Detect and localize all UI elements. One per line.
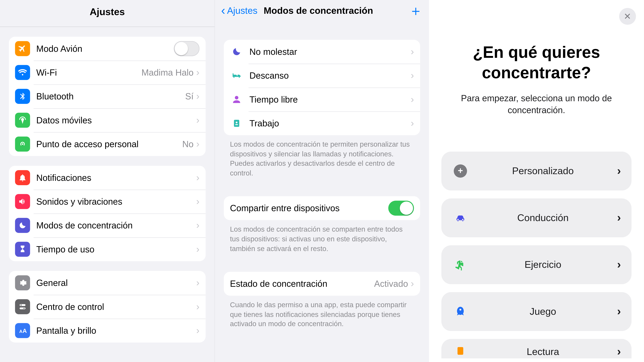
row-dnd[interactable]: No molestar › <box>224 40 420 63</box>
rocket-icon <box>452 306 469 317</box>
chevron-icon: › <box>617 164 621 178</box>
speaker-icon <box>15 194 30 209</box>
row-share[interactable]: Compartir entre dispositivos <box>224 196 420 220</box>
row-display[interactable]: AA Pantalla y brillo › <box>9 319 206 343</box>
back-label: Ajustes <box>227 5 258 16</box>
row-work[interactable]: Trabajo › <box>224 111 420 135</box>
chevron-icon: › <box>411 278 414 290</box>
car-icon <box>452 212 469 223</box>
share-label: Compartir entre dispositivos <box>230 203 388 214</box>
chevron-icon: › <box>196 301 200 313</box>
status-value: Activado <box>374 279 408 289</box>
bed-icon <box>230 69 243 82</box>
svg-text:A: A <box>19 329 22 334</box>
badge-icon <box>230 117 243 130</box>
settings-group-network: Modo Avión Wi-Fi Madima Halo › Bluetooth… <box>9 37 206 156</box>
display-label: Pantalla y brillo <box>36 326 196 336</box>
row-general[interactable]: General › <box>9 271 206 295</box>
option-gaming-label: Juego <box>469 306 617 317</box>
chevron-icon: › <box>411 117 414 129</box>
airplane-icon <box>15 41 30 56</box>
wifi-icon <box>15 65 30 80</box>
settings-title: Ajustes <box>0 0 214 27</box>
chevron-icon: › <box>617 211 621 225</box>
moon-icon <box>15 218 30 233</box>
bluetooth-icon <box>15 89 30 104</box>
share-group: Compartir entre dispositivos <box>224 196 420 220</box>
bell-icon <box>15 170 30 185</box>
chevron-icon: › <box>196 220 200 231</box>
chevron-icon: › <box>617 345 621 358</box>
person-icon <box>230 93 243 106</box>
dnd-label: No molestar <box>250 46 411 57</box>
svg-point-2 <box>20 305 22 306</box>
option-fitness[interactable]: Ejercicio › <box>442 245 632 284</box>
bluetooth-value: Sí <box>185 91 194 102</box>
focus-footnote-2: Los modos de concentración se comparten … <box>215 220 429 253</box>
row-focus[interactable]: Modos de concentración › <box>9 214 206 237</box>
share-toggle[interactable] <box>388 201 414 216</box>
row-personal[interactable]: Tiempo libre › <box>224 87 420 111</box>
personal-label: Tiempo libre <box>250 94 411 105</box>
row-status[interactable]: Estado de concentración Activado › <box>224 272 420 296</box>
chevron-icon: › <box>196 244 200 255</box>
svg-rect-0 <box>20 304 26 306</box>
status-group: Estado de concentración Activado › <box>224 272 420 296</box>
svg-rect-8 <box>235 124 238 125</box>
chevron-icon: › <box>617 305 621 318</box>
settings-group-general: General › Centro de control › AA Pantall… <box>9 271 206 343</box>
close-button[interactable]: ✕ <box>619 8 636 25</box>
option-custom[interactable]: + Personalizado › <box>442 151 632 190</box>
focus-modes-group: No molestar › Descanso › Tiempo libre › … <box>224 40 420 135</box>
sheet-title: ¿En qué quieres concentrarte? <box>429 0 644 83</box>
chevron-left-icon: ‹ <box>221 3 226 17</box>
row-sleep[interactable]: Descanso › <box>224 64 420 87</box>
chevron-icon: › <box>196 277 200 289</box>
row-notifications[interactable]: Notificaciones › <box>9 166 206 190</box>
chevron-icon: › <box>411 70 414 81</box>
cellular-label: Datos móviles <box>36 115 196 125</box>
focus-footnote-3: Cuando le das permiso a una app, esta pu… <box>215 296 429 329</box>
svg-point-3 <box>24 308 25 309</box>
bluetooth-label: Bluetooth <box>36 91 185 102</box>
status-label: Estado de concentración <box>230 279 374 289</box>
notifications-label: Notificaciones <box>36 173 196 183</box>
option-gaming[interactable]: Juego › <box>442 292 632 331</box>
row-control-center[interactable]: Centro de control › <box>9 295 206 319</box>
option-driving[interactable]: Conducción › <box>442 198 632 237</box>
hourglass-icon <box>15 242 30 257</box>
option-custom-label: Personalizado <box>469 165 617 177</box>
moon-icon <box>230 45 243 58</box>
airplane-toggle[interactable] <box>174 41 200 56</box>
svg-text:A: A <box>22 328 27 334</box>
focus-header: ‹ Ajustes Modos de concentración ＋ <box>215 0 429 21</box>
row-cellular[interactable]: Datos móviles › <box>9 108 206 132</box>
row-bluetooth[interactable]: Bluetooth Sí › <box>9 84 206 108</box>
option-reading[interactable]: Lectura › <box>442 339 632 358</box>
runner-icon <box>452 259 469 270</box>
add-focus-button[interactable]: ＋ <box>409 3 423 17</box>
focus-label: Modos de concentración <box>36 220 196 231</box>
row-wifi[interactable]: Wi-Fi Madima Halo › <box>9 60 206 84</box>
svg-point-7 <box>236 121 238 123</box>
row-hotspot[interactable]: Punto de acceso personal No › <box>9 132 206 156</box>
chevron-icon: › <box>617 258 621 271</box>
row-airplane[interactable]: Modo Avión <box>9 37 206 60</box>
chevron-icon: › <box>196 172 200 184</box>
row-sounds[interactable]: Sonidos y vibraciones › <box>9 190 206 213</box>
svg-rect-9 <box>458 347 463 355</box>
control-center-label: Centro de control <box>36 302 196 312</box>
chevron-icon: › <box>196 138 200 150</box>
chevron-icon: › <box>411 94 414 105</box>
chevron-icon: › <box>196 114 200 126</box>
gear-icon <box>15 275 30 291</box>
new-focus-sheet: ✕ ¿En qué quieres concentrarte? Para emp… <box>429 0 644 362</box>
hotspot-icon <box>15 137 30 152</box>
back-button[interactable]: ‹ Ajustes <box>221 3 258 17</box>
chevron-icon: › <box>411 46 414 57</box>
focus-title: Modos de concentración <box>258 5 408 16</box>
screentime-label: Tiempo de uso <box>36 244 196 254</box>
sounds-label: Sonidos y vibraciones <box>36 196 196 207</box>
row-screentime[interactable]: Tiempo de uso › <box>9 237 206 261</box>
hotspot-label: Punto de acceso personal <box>36 139 182 149</box>
